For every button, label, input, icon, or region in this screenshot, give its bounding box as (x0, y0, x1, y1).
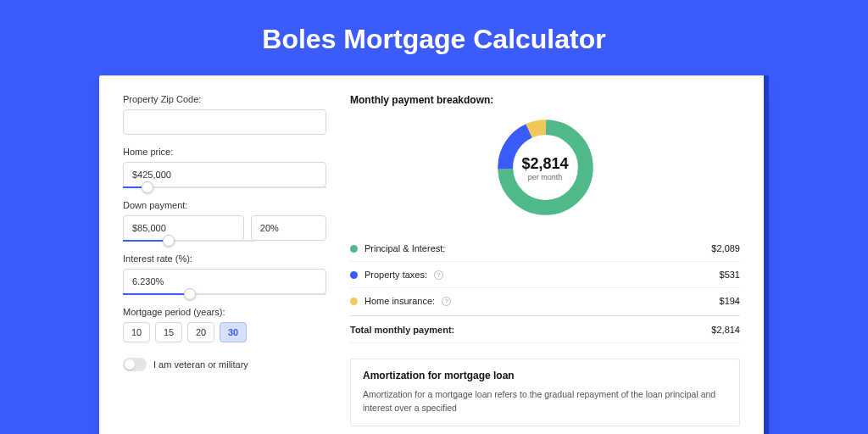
period-option-10[interactable]: 10 (123, 322, 150, 342)
legend-label-insurance: Home insurance: (364, 296, 435, 306)
legend-dot-icon (350, 245, 358, 253)
period-field-group: Mortgage period (years): 10 15 20 30 (123, 307, 326, 342)
toggle-knob-icon (125, 359, 135, 370)
veteran-toggle[interactable] (123, 358, 147, 371)
legend-row-total: Total monthly payment: $2,814 (350, 315, 740, 343)
breakdown-column: Monthly payment breakdown: $2,814 per mo… (350, 94, 740, 426)
total-label: Total monthly payment: (350, 325, 454, 335)
page-title: Boles Mortgage Calculator (0, 0, 868, 55)
legend-dot-icon (350, 298, 358, 305)
home-price-label: Home price: (123, 147, 326, 157)
down-payment-slider[interactable] (123, 240, 255, 242)
legend-label-taxes: Property taxes: (364, 270, 427, 280)
amortization-title: Amortization for mortgage loan (363, 370, 727, 381)
total-value: $2,814 (711, 325, 740, 335)
calculator-card: Property Zip Code: Home price: Down paym… (99, 75, 769, 434)
donut-chart-wrap: $2,814 per month (350, 114, 740, 220)
veteran-toggle-row: I am veteran or military (123, 358, 326, 371)
legend-value-insurance: $194 (720, 296, 740, 306)
form-column: Property Zip Code: Home price: Down paym… (123, 94, 326, 426)
period-option-30[interactable]: 30 (220, 322, 247, 342)
home-price-slider[interactable] (123, 186, 326, 188)
donut-center-value: $2,814 (521, 154, 568, 172)
donut-chart: $2,814 per month (492, 114, 598, 220)
breakdown-title: Monthly payment breakdown: (350, 94, 740, 106)
donut-center: $2,814 per month (521, 154, 568, 181)
interest-input[interactable] (123, 269, 326, 294)
veteran-label: I am veteran or military (153, 359, 248, 370)
interest-label: Interest rate (%): (123, 253, 326, 264)
down-payment-label: Down payment: (123, 200, 326, 210)
slider-thumb-icon[interactable] (184, 288, 196, 300)
legend-value-principal: $2,089 (711, 243, 740, 253)
period-option-20[interactable]: 20 (187, 322, 214, 342)
down-payment-field-group: Down payment: (123, 200, 326, 242)
down-payment-input[interactable] (123, 215, 244, 241)
interest-field-group: Interest rate (%): (123, 253, 326, 295)
legend-row-insurance: Home insurance: ? $194 (350, 288, 740, 314)
zip-field-group: Property Zip Code: (123, 94, 326, 135)
help-icon[interactable]: ? (442, 297, 451, 306)
donut-center-sub: per month (521, 172, 568, 181)
amortization-box: Amortization for mortgage loan Amortizat… (350, 359, 740, 426)
legend-row-principal: Principal & Interest: $2,089 (350, 236, 740, 262)
home-price-field-group: Home price: (123, 147, 326, 188)
legend-row-taxes: Property taxes: ? $531 (350, 262, 740, 288)
slider-thumb-icon[interactable] (142, 181, 153, 193)
home-price-input[interactable] (123, 162, 326, 187)
legend-label-principal: Principal & Interest: (364, 243, 445, 253)
help-icon[interactable]: ? (434, 270, 443, 280)
zip-label: Property Zip Code: (123, 94, 326, 104)
down-payment-pct-input[interactable] (251, 215, 326, 241)
period-label: Mortgage period (years): (123, 307, 326, 317)
legend-value-taxes: $531 (720, 270, 740, 280)
period-option-15[interactable]: 15 (155, 322, 182, 342)
amortization-text: Amortization for a mortgage loan refers … (363, 388, 727, 415)
zip-input[interactable] (123, 109, 326, 135)
interest-slider[interactable] (123, 293, 326, 295)
legend-dot-icon (350, 271, 358, 279)
slider-thumb-icon[interactable] (163, 235, 175, 247)
